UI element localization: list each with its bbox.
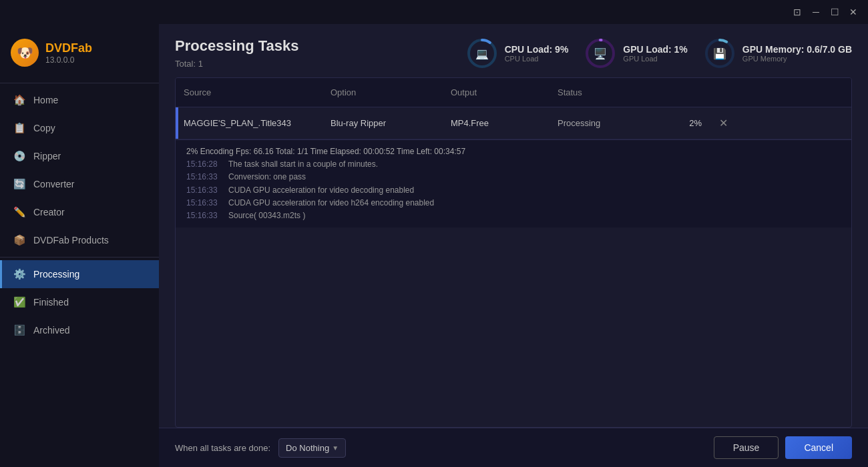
log-entry-1: 15:16:33 Conversion: one pass bbox=[186, 171, 841, 183]
col-percent bbox=[656, 85, 710, 100]
cpu-icon: 💻 bbox=[475, 47, 489, 60]
log-msg-3: CUDA GPU acceleration for video h264 enc… bbox=[228, 197, 434, 209]
close-button[interactable]: ✕ bbox=[844, 3, 863, 21]
dvdfab-products-icon: 📦 bbox=[13, 234, 25, 246]
gpu-icon: 🖥️ bbox=[594, 47, 607, 60]
log-entry-2: 15:16:33 CUDA GPU acceleration for video… bbox=[186, 184, 841, 197]
app-name: DVDFab bbox=[45, 41, 92, 55]
mem-value: GPU Memory: 0.6/7.0 GB bbox=[742, 44, 852, 55]
col-output: Output bbox=[443, 85, 550, 100]
dropdown-arrow-icon: ▼ bbox=[332, 444, 339, 452]
maximize-button[interactable]: ☐ bbox=[825, 3, 844, 21]
processing-icon: ⚙️ bbox=[13, 268, 25, 280]
total-label: Total: 1 bbox=[175, 59, 298, 69]
logo-emoji: 🐶 bbox=[17, 45, 33, 61]
minimize-button[interactable]: ─ bbox=[807, 3, 825, 21]
log-time-2: 15:16:33 bbox=[186, 184, 223, 197]
sidebar-item-ripper[interactable]: 💿 Ripper bbox=[0, 142, 159, 170]
log-area: 2% Encoding Fps: 66.16 Total: 1/1 Time E… bbox=[176, 139, 851, 227]
pause-button[interactable]: Pause bbox=[714, 436, 779, 459]
gpu-stat: 🖥️ GPU Load: 1% GPU Load bbox=[584, 37, 687, 69]
finished-icon: ✅ bbox=[13, 296, 25, 308]
sidebar-item-finished[interactable]: ✅ Finished bbox=[0, 288, 159, 316]
log-progress-text: 2% Encoding Fps: 66.16 Total: 1/1 Time E… bbox=[186, 145, 465, 158]
footer-left: When all tasks are done: Do Nothing ▼ bbox=[175, 438, 346, 458]
sidebar-label-finished: Finished bbox=[33, 297, 69, 308]
sidebar-label-converter: Converter bbox=[33, 179, 74, 189]
log-time-0: 15:16:28 bbox=[186, 158, 223, 171]
sidebar: 🐶 DVDFab 13.0.0.0 🏠 Home 📋 Copy 💿 Ripper… bbox=[0, 24, 159, 467]
log-progress-line: 2% Encoding Fps: 66.16 Total: 1/1 Time E… bbox=[186, 145, 841, 158]
app-name-start: DVD bbox=[45, 41, 71, 55]
col-source: Source bbox=[176, 85, 322, 100]
sidebar-item-creator[interactable]: ✏️ Creator bbox=[0, 198, 159, 226]
dropdown-value: Do Nothing bbox=[286, 443, 329, 453]
main-content: Processing Tasks Total: 1 💻 CPU Load: 9%… bbox=[159, 24, 868, 467]
logo-area: 🐶 DVDFab 13.0.0.0 bbox=[0, 31, 159, 80]
home-icon: 🏠 bbox=[13, 94, 25, 106]
sidebar-item-home[interactable]: 🏠 Home bbox=[0, 86, 159, 114]
when-done-label: When all tasks are done: bbox=[175, 443, 270, 453]
sidebar-item-dvdfab-products[interactable]: 📦 DVDFab Products bbox=[0, 226, 159, 254]
sidebar-label-creator: Creator bbox=[33, 207, 65, 217]
cancel-button[interactable]: Cancel bbox=[785, 436, 852, 459]
gpu-stat-info: GPU Load: 1% GPU Load bbox=[623, 44, 687, 63]
mem-label: GPU Memory bbox=[742, 55, 852, 63]
sidebar-divider-1 bbox=[0, 83, 159, 83]
app-version: 13.0.0.0 bbox=[45, 55, 92, 65]
col-action bbox=[710, 85, 736, 100]
archived-icon: 🗄️ bbox=[13, 324, 25, 336]
log-msg-2: CUDA GPU acceleration for video decoding… bbox=[228, 184, 414, 197]
sidebar-label-dvdfab-products: DVDFab Products bbox=[33, 235, 109, 246]
gpu-circle: 🖥️ bbox=[584, 37, 616, 69]
when-done-dropdown[interactable]: Do Nothing ▼ bbox=[278, 438, 346, 458]
log-entry-0: 15:16:28 The task shall start in a coupl… bbox=[186, 158, 841, 171]
gpu-value: GPU Load: 1% bbox=[623, 44, 687, 55]
gpu-label: GPU Load bbox=[623, 55, 687, 63]
sidebar-label-ripper: Ripper bbox=[33, 151, 61, 161]
col-status: Status bbox=[550, 85, 656, 100]
ripper-icon: 💿 bbox=[13, 150, 25, 162]
table-body: MAGGIE'S_PLAN_.Title343 Blu-ray Ripper M… bbox=[176, 107, 851, 427]
log-msg-0: The task shall start in a couple of minu… bbox=[228, 158, 378, 171]
app-name-end: Fab bbox=[71, 41, 92, 55]
cpu-label: CPU Load bbox=[505, 55, 569, 63]
log-msg-1: Conversion: one pass bbox=[228, 171, 306, 183]
sidebar-item-copy[interactable]: 📋 Copy bbox=[0, 114, 159, 142]
cpu-stat: 💻 CPU Load: 9% CPU Load bbox=[466, 37, 569, 69]
sidebar-divider-2 bbox=[0, 257, 159, 258]
converter-icon: 🔄 bbox=[13, 178, 25, 190]
table-row: MAGGIE'S_PLAN_.Title343 Blu-ray Ripper M… bbox=[176, 107, 851, 139]
sidebar-label-archived: Archived bbox=[33, 325, 69, 336]
main-footer: When all tasks are done: Do Nothing ▼ Pa… bbox=[159, 428, 868, 467]
restore-button[interactable]: ⊡ bbox=[788, 3, 807, 21]
page-title-area: Processing Tasks Total: 1 bbox=[175, 37, 298, 69]
mem-circle: 💾 bbox=[704, 37, 736, 69]
task-source: MAGGIE'S_PLAN_.Title343 bbox=[176, 109, 322, 137]
cpu-stat-info: CPU Load: 9% CPU Load bbox=[505, 44, 569, 63]
sidebar-item-converter[interactable]: 🔄 Converter bbox=[0, 170, 159, 198]
footer-right: Pause Cancel bbox=[714, 436, 852, 459]
log-entry-4: 15:16:33 Source( 00343.m2ts ) bbox=[186, 209, 841, 222]
task-output: MP4.Free bbox=[443, 109, 550, 137]
task-table: Source Option Output Status MAGGIE'S_PLA… bbox=[175, 77, 852, 428]
task-percent: 2% bbox=[656, 109, 710, 137]
main-header: Processing Tasks Total: 1 💻 CPU Load: 9%… bbox=[159, 24, 868, 77]
table-header: Source Option Output Status bbox=[176, 78, 851, 107]
log-time-3: 15:16:33 bbox=[186, 197, 223, 209]
sidebar-item-archived[interactable]: 🗄️ Archived bbox=[0, 316, 159, 344]
logo-icon: 🐶 bbox=[11, 39, 39, 67]
sidebar-item-processing[interactable]: ⚙️ Processing bbox=[0, 260, 159, 288]
cpu-value: CPU Load: 9% bbox=[505, 44, 569, 55]
stats-bar: 💻 CPU Load: 9% CPU Load 🖥️ GPU Loa bbox=[466, 37, 852, 69]
log-time-4: 15:16:33 bbox=[186, 209, 223, 222]
mem-icon: 💾 bbox=[713, 47, 726, 60]
sidebar-label-processing: Processing bbox=[33, 269, 79, 280]
logo-text: DVDFab 13.0.0.0 bbox=[45, 41, 92, 65]
task-close-button[interactable]: ✕ bbox=[710, 107, 736, 139]
page-title: Processing Tasks bbox=[175, 37, 298, 55]
sidebar-label-home: Home bbox=[33, 95, 58, 105]
cpu-circle: 💻 bbox=[466, 37, 498, 69]
titlebar: ⊡ ─ ☐ ✕ bbox=[0, 0, 868, 24]
task-option: Blu-ray Ripper bbox=[322, 109, 443, 137]
